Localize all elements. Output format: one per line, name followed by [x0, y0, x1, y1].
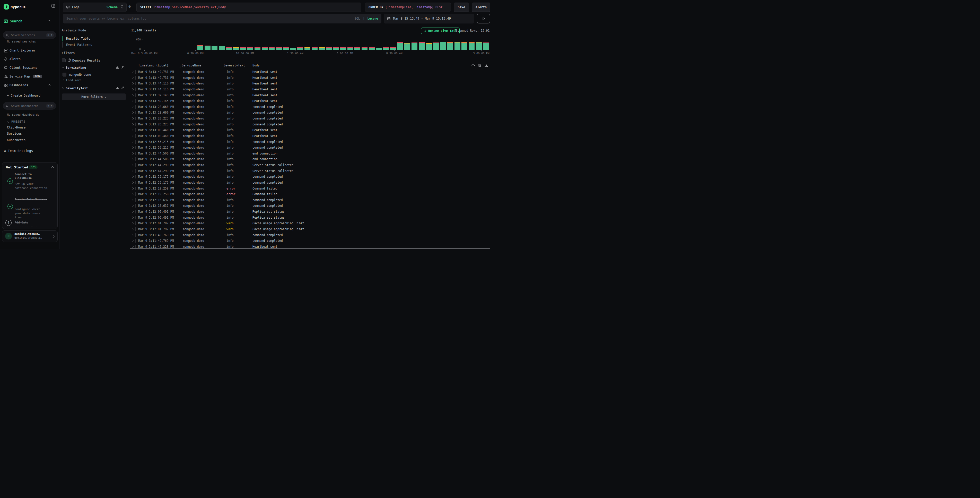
row-expand-chevron-icon[interactable]: [132, 187, 134, 189]
table-row[interactable]: Mar 9 3:13:49.731 PMmongodb-demoinfoHear…: [130, 69, 490, 75]
histogram-bar[interactable]: [483, 43, 489, 50]
histogram-bar[interactable]: [255, 47, 261, 50]
chevron-up-icon[interactable]: [48, 84, 51, 86]
servicename-option-checkbox[interactable]: [62, 73, 67, 77]
histogram-bar[interactable]: [247, 47, 253, 50]
table-row[interactable]: Mar 9 3:13:28.660 PMmongodb-demoinfocomm…: [130, 104, 490, 110]
resume-live-tail-button[interactable]: Resume Live Tail: [421, 27, 460, 34]
table-row[interactable]: Mar 9 3:12:44.299 PMmongodb-demoinfoServ…: [130, 168, 490, 174]
chart-toggle-icon[interactable]: [116, 65, 119, 69]
histogram-bar[interactable]: [412, 43, 417, 50]
row-expand-chevron-icon[interactable]: [132, 77, 134, 78]
row-expand-chevron-icon[interactable]: [132, 135, 134, 137]
column-drag-handle-icon[interactable]: [249, 64, 251, 67]
histogram-bar[interactable]: [476, 42, 482, 50]
sidebar-item-client-sessions[interactable]: Client Sessions: [0, 65, 59, 71]
column-header-servicename[interactable]: ServiceName: [182, 64, 201, 67]
column-drag-handle-icon[interactable]: [178, 64, 180, 67]
table-row[interactable]: Mar 9 3:12:01.797 PMmongodb-demowarnCach…: [130, 226, 490, 232]
help-question-icon[interactable]: ?: [5, 220, 11, 226]
histogram-bar[interactable]: [219, 46, 225, 50]
user-card[interactable]: D dominic.tran@c… dominic.tran@cli…: [2, 230, 58, 242]
table-row[interactable]: Mar 9 3:13:08.440 PMmongodb-demoinfoHear…: [130, 127, 490, 133]
row-expand-chevron-icon[interactable]: [132, 152, 134, 155]
denoise-label[interactable]: Denoise Results: [72, 59, 100, 62]
histogram-bar[interactable]: [397, 42, 403, 50]
more-filters-button[interactable]: More filters: [62, 94, 126, 100]
row-expand-chevron-icon[interactable]: [132, 158, 134, 160]
row-expand-chevron-icon[interactable]: [132, 117, 134, 120]
histogram-bar[interactable]: [340, 47, 346, 50]
table-row[interactable]: Mar 9 3:13:49.731 PMmongodb-demoinfoHear…: [130, 75, 490, 81]
histogram-bar[interactable]: [205, 46, 210, 50]
table-row[interactable]: Mar 9 3:12:33.175 PMmongodb-demoinfocomm…: [130, 180, 490, 185]
row-expand-chevron-icon[interactable]: [132, 240, 134, 242]
histogram-bar[interactable]: [469, 42, 474, 50]
histogram-bar[interactable]: [276, 47, 282, 50]
table-row[interactable]: Mar 9 3:12:55.215 PMmongodb-demoinfocomm…: [130, 145, 490, 150]
table-row[interactable]: Mar 9 3:12:44.299 PMmongodb-demoinfoServ…: [130, 162, 490, 168]
chevron-down-icon[interactable]: [62, 66, 64, 68]
table-row[interactable]: Mar 9 3:12:06.491 PMmongodb-demoinfoRepl…: [130, 209, 490, 214]
table-row[interactable]: Mar 9 3:12:16.637 PMmongodb-demoinfocomm…: [130, 203, 490, 209]
saved-dashboards-input[interactable]: Saved Dashboards ⌘ K: [3, 102, 56, 110]
row-expand-chevron-icon[interactable]: [132, 112, 134, 113]
preset-services[interactable]: Services: [7, 132, 22, 136]
histogram-bar[interactable]: [319, 47, 325, 50]
row-expand-chevron-icon[interactable]: [132, 193, 134, 195]
chevron-up-icon[interactable]: [48, 20, 51, 22]
table-row[interactable]: Mar 9 3:13:44.110 PMmongodb-demoinfoHear…: [130, 81, 490, 86]
histogram-bar[interactable]: [283, 47, 289, 50]
row-expand-chevron-icon[interactable]: [132, 217, 134, 219]
table-row[interactable]: Mar 9 3:13:44.110 PMmongodb-demoinfoHear…: [130, 86, 490, 92]
saved-searches-input[interactable]: Saved Searches ⌘ K: [3, 31, 56, 39]
row-expand-chevron-icon[interactable]: [132, 199, 134, 201]
histogram-bar[interactable]: [361, 47, 368, 50]
histogram-bar[interactable]: [369, 47, 375, 50]
histogram-bar[interactable]: [426, 43, 432, 50]
row-expand-chevron-icon[interactable]: [132, 228, 134, 230]
pin-icon[interactable]: [121, 65, 124, 69]
row-expand-chevron-icon[interactable]: [132, 205, 134, 207]
row-expand-chevron-icon[interactable]: [132, 100, 134, 102]
row-expand-chevron-icon[interactable]: [132, 140, 134, 143]
table-row[interactable]: Mar 9 3:13:39.143 PMmongodb-demoinfoHear…: [130, 98, 490, 104]
table-row[interactable]: Mar 9 3:12:16.637 PMmongodb-demoinfocomm…: [130, 197, 490, 203]
row-expand-chevron-icon[interactable]: [132, 123, 134, 125]
filter-group-severitytext[interactable]: SeverityText: [65, 86, 88, 90]
row-expand-chevron-icon[interactable]: [132, 82, 134, 85]
row-expand-chevron-icon[interactable]: [132, 176, 134, 178]
presets-section-toggle[interactable]: PRESETS: [8, 120, 25, 123]
histogram-bar[interactable]: [240, 47, 246, 50]
sidebar-item-team-settings[interactable]: ⚙ Team Settings: [0, 148, 59, 154]
sidebar-item-chart-explorer[interactable]: Chart Explorer: [0, 47, 59, 54]
histogram-bar[interactable]: [390, 47, 396, 50]
table-row[interactable]: Mar 9 3:12:06.491 PMmongodb-demoinfoRepl…: [130, 215, 490, 220]
histogram-bar[interactable]: [212, 46, 218, 50]
get-started-item-title[interactable]: Create Data Sources: [15, 198, 48, 201]
row-expand-chevron-icon[interactable]: [132, 211, 134, 213]
histogram-bar[interactable]: [326, 47, 332, 50]
row-expand-chevron-icon[interactable]: [132, 164, 134, 166]
pin-icon[interactable]: [121, 86, 124, 89]
histogram-bar[interactable]: [347, 47, 353, 50]
histogram-bar[interactable]: [440, 42, 446, 50]
table-row[interactable]: Mar 9 3:11:49.769 PMmongodb-demoinfocomm…: [130, 238, 490, 244]
row-expand-chevron-icon[interactable]: [132, 106, 134, 108]
servicename-option-label[interactable]: mongodb-demo: [69, 73, 91, 77]
table-row[interactable]: Mar 9 3:12:19.258 PMmongodb-demoerrorCom…: [130, 186, 490, 192]
table-row[interactable]: Mar 9 3:13:39.143 PMmongodb-demoinfoHear…: [130, 93, 490, 98]
row-expand-chevron-icon[interactable]: [132, 88, 134, 90]
histogram-bar[interactable]: [269, 47, 275, 50]
histogram-bar[interactable]: [297, 47, 303, 50]
table-row[interactable]: Mar 9 3:12:19.258 PMmongodb-demoerrorCom…: [130, 192, 490, 197]
chevron-up-icon[interactable]: [51, 166, 54, 169]
load-more-button[interactable]: Load more: [66, 78, 81, 82]
chart-toggle-icon[interactable]: [116, 86, 119, 89]
table-row[interactable]: Mar 9 3:13:20.223 PMmongodb-demoinfocomm…: [130, 121, 490, 127]
table-row[interactable]: Mar 9 3:13:08.440 PMmongodb-demoinfoHear…: [130, 133, 490, 139]
row-expand-chevron-icon[interactable]: [132, 94, 134, 96]
histogram-bar[interactable]: [376, 48, 382, 50]
row-expand-chevron-icon[interactable]: [132, 129, 134, 131]
preset-clickhouse[interactable]: ClickHouse: [7, 126, 25, 129]
